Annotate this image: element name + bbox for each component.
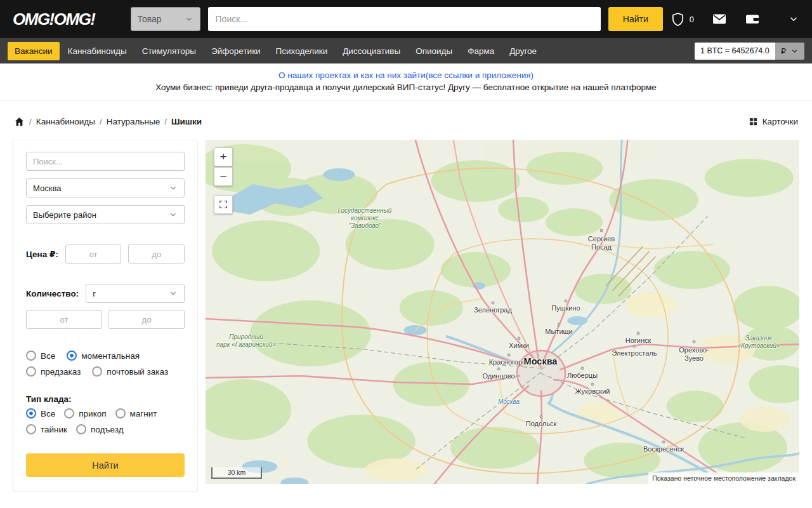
breadcrumb-row: /Каннабиноиды/Натуральные/Шишки Карточки	[0, 101, 812, 138]
filter-search-input[interactable]	[26, 152, 185, 171]
header-icons: 0	[671, 11, 799, 27]
radio-input[interactable]	[26, 424, 36, 434]
cart-button[interactable]: 0	[671, 12, 694, 27]
quantity-filter: Количество: г	[26, 284, 185, 303]
view-toggle-label: Карточки	[763, 117, 798, 126]
radio-input[interactable]	[115, 408, 126, 418]
radio-option[interactable]: почтовый заказ	[92, 366, 168, 377]
chevron-down-icon	[169, 210, 178, 219]
header-search-input[interactable]	[208, 7, 601, 31]
city-select-value: Москва	[33, 184, 61, 193]
nav-right: 1 BTC = 6452674.0 ₽	[695, 43, 804, 60]
radio-option[interactable]: прикоп	[64, 408, 106, 418]
nav-item[interactable]: Вакансии	[8, 42, 60, 60]
map-scale: 30 km	[211, 467, 262, 479]
currency-value: ₽	[781, 46, 786, 56]
product-category-select[interactable]: Товар	[131, 7, 200, 31]
radio-label: Все	[41, 351, 55, 361]
radio-option[interactable]: Все	[26, 351, 55, 361]
radio-input[interactable]	[92, 366, 102, 377]
map-zoom-out-button[interactable]: −	[214, 167, 233, 186]
price-to-input[interactable]	[128, 244, 185, 264]
map-fullscreen-button[interactable]	[214, 195, 233, 214]
home-icon[interactable]	[14, 116, 25, 127]
nav-item[interactable]: Стимуляторы	[135, 42, 203, 60]
radio-label: магнит	[130, 409, 157, 418]
radio-label: предзаказ	[41, 367, 81, 377]
chevron-down-icon	[185, 15, 193, 23]
quantity-range	[26, 310, 185, 329]
quantity-label: Количество:	[26, 289, 79, 298]
breadcrumb-items: /Каннабиноиды/Натуральные/Шишки	[29, 117, 202, 126]
wallet-button[interactable]	[745, 11, 760, 27]
radio-input[interactable]	[26, 408, 36, 418]
radio-input[interactable]	[64, 408, 74, 418]
nav-item[interactable]: Другое	[502, 42, 544, 60]
nav-item[interactable]: Диссоциативы	[336, 42, 407, 60]
radio-option[interactable]: тайник	[26, 424, 67, 434]
nav-item[interactable]: Опиоиды	[409, 42, 459, 60]
cart-count: 0	[690, 15, 694, 24]
nav-item[interactable]: Фарма	[461, 42, 501, 60]
stash-options: Всеприкопмагниттайникподъезд	[26, 408, 185, 434]
filters-panel: Москва Выберите район Цена ₽: Количество…	[13, 140, 198, 491]
main-nav: ВакансииКаннабиноидыСтимуляторыЭйфоретик…	[0, 38, 812, 64]
promo-text: Хоуми бизнес: приведи друга-продавца и п…	[0, 83, 812, 92]
quantity-to-input[interactable]	[108, 310, 185, 329]
fullscreen-icon	[218, 199, 228, 210]
account-menu-button[interactable]	[788, 13, 799, 25]
radio-input[interactable]	[67, 351, 77, 361]
price-label: Цена ₽:	[26, 249, 58, 259]
radio-label: Все	[41, 409, 55, 418]
district-select[interactable]: Выберите район	[26, 205, 185, 224]
site-logo[interactable]: OMG!OMG!	[13, 10, 95, 29]
product-select-value: Товар	[138, 14, 162, 24]
radio-input[interactable]	[26, 366, 36, 377]
nav-item[interactable]: Эйфоретики	[204, 42, 268, 60]
apply-filters-button[interactable]: Найти	[26, 453, 185, 477]
btc-rate: 1 BTC = 6452674.0	[695, 43, 775, 60]
district-select-value: Выберите район	[33, 210, 96, 220]
radio-option[interactable]: предзаказ	[26, 366, 81, 377]
price-from-input[interactable]	[65, 244, 122, 264]
top-header: OMG!OMG! Товар Найти 0	[0, 0, 812, 38]
map-zoom-in-button[interactable]: +	[214, 147, 233, 166]
header-search-button[interactable]: Найти	[608, 7, 663, 31]
messages-button[interactable]	[712, 11, 727, 27]
view-toggle-cards[interactable]: Карточки	[749, 117, 798, 126]
radio-option[interactable]: Все	[26, 408, 55, 418]
map-notice: Показано неточное местоположение закладо…	[648, 472, 799, 484]
radio-input[interactable]	[76, 424, 86, 434]
projects-link[interactable]: О наших проектах и как на них зайти(все …	[278, 69, 534, 83]
radio-input[interactable]	[26, 351, 36, 361]
radio-label: тайник	[41, 425, 67, 434]
unit-select[interactable]: г	[86, 284, 185, 303]
breadcrumb-item[interactable]: Натуральные	[107, 117, 160, 126]
envelope-icon	[712, 11, 727, 27]
wallet-icon	[745, 11, 760, 27]
price-filter: Цена ₽:	[26, 244, 185, 264]
grid-icon	[749, 117, 758, 126]
radio-label: моментальная	[81, 351, 140, 361]
quantity-from-input[interactable]	[26, 310, 102, 329]
main-content: Москва Выберите район Цена ₽: Количество…	[0, 138, 812, 491]
nav-item[interactable]: Каннабиноиды	[61, 42, 134, 60]
radio-label: почтовый заказ	[107, 367, 168, 377]
radio-option[interactable]: магнит	[115, 408, 157, 418]
map-image	[206, 140, 799, 484]
delivery-options: Всемоментальнаяпредзаказпочтовый заказ	[26, 351, 185, 377]
breadcrumb-item[interactable]: Каннабиноиды	[36, 117, 95, 126]
stash-type-label: Тип клада:	[26, 394, 185, 404]
map-container[interactable]: + − Государственный комплекс "Завидово"С…	[206, 140, 799, 484]
currency-select[interactable]: ₽	[775, 43, 804, 60]
breadcrumb-separator: /	[164, 117, 167, 126]
chevron-down-icon	[169, 289, 178, 298]
radio-option[interactable]: моментальная	[67, 351, 140, 361]
chevron-down-icon	[169, 184, 178, 192]
breadcrumb-separator: /	[100, 117, 102, 126]
radio-option[interactable]: подъезд	[76, 424, 124, 434]
breadcrumb-separator: /	[29, 117, 32, 126]
announcement-banner: О наших проектах и как на них зайти(все …	[0, 64, 812, 101]
nav-item[interactable]: Психоделики	[269, 42, 335, 60]
city-select[interactable]: Москва	[26, 178, 185, 197]
